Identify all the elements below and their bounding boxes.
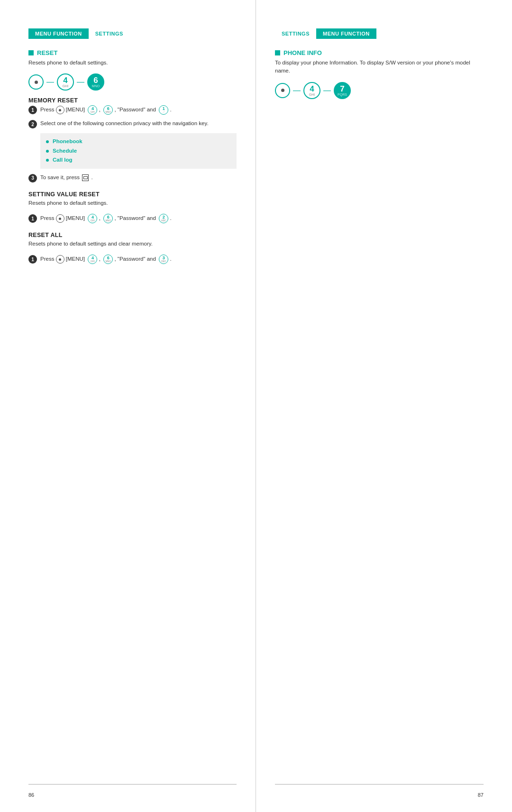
sv-step1-key6: 6MNO [103,214,113,223]
key-6-mno: 6 MNO [87,73,104,91]
pi-arrow1: — [293,86,301,95]
option-phonebook: Phonebook [46,137,231,146]
step1-key4: 4GHI [88,105,97,115]
setting-value-reset-desc: Resets phone to default settings. [28,199,237,207]
ra-step1-text: Press [MENU] 4GHI , 6MNO , "Password" an… [40,255,172,264]
left-page: MENU FUNCTION SETTINGS RESET Resets phon… [0,0,256,812]
sv-step1-text: Press [MENU] 4GHI , 6MNO , "Password" an… [40,214,172,223]
reset-description: Resets phone to default settings. [28,59,237,67]
step1-key6: 6MNO [103,105,113,115]
step1-dot [56,106,64,114]
left-page-number: 86 [28,792,34,798]
option-calllog: Call log [46,155,231,165]
step2-number: 2 [28,120,37,128]
reset-title-square [28,50,34,55]
arrow1: — [46,78,54,86]
right-page: SETTINGS MENU FUNCTION PHONE INFO To dis… [256,0,512,812]
reset-section-title: RESET [28,49,237,56]
ra-step1-number: 1 [28,255,37,264]
sv-step1-dot [56,214,64,223]
left-header: MENU FUNCTION SETTINGS [28,28,237,39]
phone-info-title: PHONE INFO [275,49,484,56]
step1-text: Press [MENU] 4GHI , 6MNO , "Password" an… [40,105,172,115]
right-tab-inactive: SETTINGS [275,28,316,39]
bullet-schedule [46,150,49,153]
save-icon [82,174,89,181]
arrow2: — [77,78,84,86]
sv-step1-number: 1 [28,214,37,223]
sv-step1-key4: 4GHI [88,214,97,223]
bullet-phonebook [46,140,49,143]
setting-value-step1: 1 Press [MENU] 4GHI , 6MNO , "Password" … [28,214,237,223]
pi-key-dot [275,83,290,98]
step2-text: Select one of the following connection p… [40,119,209,128]
right-tab-active: MENU FUNCTION [316,28,376,39]
pi-arrow2: — [323,86,331,95]
memory-reset-step2: 2 Select one of the following connection… [28,119,237,128]
left-tab-active: MENU FUNCTION [28,28,89,39]
step1-number: 1 [28,106,37,114]
key-4-ghi: 4 GHI [57,73,74,91]
pi-key-7-pqrs: 7 PQRS [334,82,351,99]
bullet-calllog [46,159,49,162]
pi-key-4-ghi: 4 GHI [303,82,320,99]
left-divider [28,784,237,785]
ra-step1-key3: 3DEF [159,255,168,264]
step3-text: To save it, press . [40,173,93,182]
ra-step1-dot [56,255,64,264]
memory-reset-step3: 3 To save it, press . [28,173,237,182]
phone-info-key-sequence: — 4 GHI — 7 PQRS [275,82,484,99]
ra-step1-key6: 6MNO [103,255,113,264]
step1-key1: 1.-' [159,105,168,115]
key-dot [28,74,44,90]
memory-reset-step1: 1 Press [MENU] 4GHI , 6MNO , "Password" … [28,105,237,115]
right-header: SETTINGS MENU FUNCTION [275,28,484,39]
pi-dot-inner [281,89,284,92]
dot-inner [35,81,38,84]
left-tab-inactive: SETTINGS [89,28,130,39]
step3-number: 3 [28,174,37,182]
memory-reset-title: MEMORY RESET [28,97,237,104]
phone-info-square [275,50,280,55]
setting-value-reset-title: SETTING VALUE RESET [28,191,237,198]
sv-step1-key2: 2ABC [159,214,168,223]
reset-key-sequence: — 4 GHI — 6 MNO [28,73,237,91]
option-schedule: Schedule [46,146,231,156]
options-box: Phonebook Schedule Call log [40,133,237,169]
right-divider [275,784,484,785]
phone-info-desc: To display your phone Information. To di… [275,59,484,75]
right-page-number: 87 [478,792,484,798]
ra-step1-key4: 4GHI [88,255,97,264]
reset-all-title: RESET ALL [28,232,237,238]
reset-all-desc: Resets phone to default settings and cle… [28,240,237,248]
reset-all-step1: 1 Press [MENU] 4GHI , 6MNO , "Password" … [28,255,237,264]
